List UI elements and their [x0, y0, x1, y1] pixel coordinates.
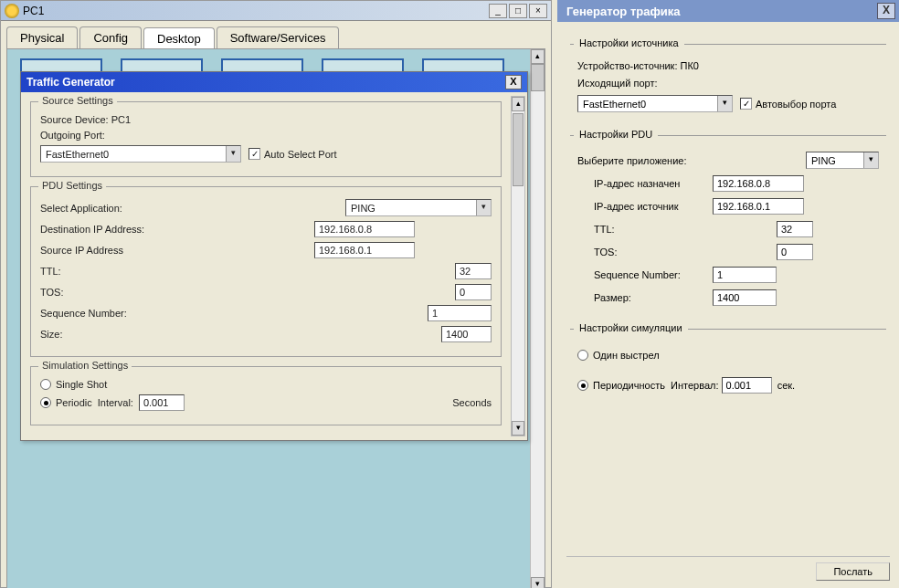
ru-ttl-label: TTL: [594, 224, 777, 235]
traffic-close-button[interactable]: X [505, 75, 522, 89]
ru-tos-field[interactable]: 0 [777, 244, 813, 260]
tabs-bar: Physical Config Desktop Software/Service… [1, 21, 551, 48]
periodic-radio[interactable]: Periodic [40, 397, 92, 408]
scroll-up-icon[interactable]: ▴ [512, 97, 524, 111]
ru-periodic-radio[interactable]: Периодичность [577, 380, 665, 391]
app-icon [5, 4, 19, 18]
ru-src-field[interactable]: 192.168.0.1 [713, 198, 804, 215]
scroll-thumb[interactable] [513, 113, 524, 186]
periodic-label: Periodic [56, 397, 92, 408]
ru-source-group: Настройки источника Устройство-источник:… [570, 44, 886, 122]
src-ip-field[interactable]: 192.168.0.1 [314, 242, 415, 258]
traffic-titlebar: Traffic Generator X [21, 72, 527, 92]
source-device-value: PC1 [111, 114, 131, 125]
ru-interval-unit: сек. [777, 380, 796, 391]
ru-ttl-field[interactable]: 32 [777, 221, 813, 237]
auto-select-label: Auto Select Port [264, 149, 337, 160]
auto-select-checkbox[interactable]: ✓ Auto Select Port [249, 148, 337, 160]
tab-software[interactable]: Software/Services [217, 26, 340, 48]
ru-size-label: Размер: [594, 292, 713, 303]
outgoing-port-select[interactable]: FastEthernet0 ▾ [40, 145, 241, 163]
select-app-label: Select Application: [40, 203, 314, 214]
chevron-down-icon[interactable]: ▾ [863, 152, 878, 168]
ttl-label: TTL: [40, 266, 61, 277]
checkbox-checked-icon: ✓ [740, 98, 752, 110]
scroll-down-icon[interactable]: ▾ [512, 421, 524, 436]
ru-src-label: IP-адрес источник [594, 201, 713, 212]
inner-scrollbar[interactable]: ▴ ▾ [511, 96, 525, 436]
size-label: Size: [40, 329, 62, 340]
ru-dest-field[interactable]: 192.168.0.8 [713, 175, 804, 192]
dest-ip-label: Destination IP Address: [40, 224, 314, 235]
pc1-title: PC1 [23, 5, 487, 17]
dest-ip-field[interactable]: 192.168.0.8 [314, 221, 415, 237]
ru-app-select[interactable]: PING ▾ [806, 152, 879, 169]
simulation-settings-group: Simulation Settings Single Shot Periodic [30, 366, 502, 425]
ru-device-label: Устройство-источник: [577, 60, 677, 71]
chevron-down-icon[interactable]: ▾ [717, 96, 732, 111]
pdu-settings-group: PDU Settings Select Application: PING ▾ … [30, 186, 502, 357]
checkbox-checked-icon: ✓ [249, 148, 260, 160]
pc1-titlebar: PC1 _ □ × [1, 1, 551, 21]
chevron-down-icon[interactable]: ▾ [476, 200, 491, 215]
ru-port-label: Исходящий порт: [577, 78, 657, 89]
select-app-dropdown[interactable]: PING ▾ [345, 199, 492, 216]
scroll-down-icon[interactable]: ▾ [531, 577, 545, 588]
chevron-down-icon[interactable]: ▾ [226, 146, 240, 162]
ru-button-bar: Послать [566, 556, 890, 581]
ttl-field[interactable]: 32 [455, 263, 492, 279]
port-select-value: FastEthernet0 [41, 149, 226, 160]
maximize-button[interactable]: □ [509, 4, 527, 18]
tos-label: TOS: [40, 287, 63, 298]
single-shot-label: Single Shot [56, 379, 107, 390]
ru-auto-checkbox[interactable]: ✓ Автовыбор порта [740, 98, 836, 110]
seq-label: Sequence Number: [40, 308, 127, 319]
ru-device-value: ПК0 [681, 60, 699, 71]
ru-pdu-group: Настройки PDU Выберите приложение: PING … [570, 135, 886, 316]
ru-interval-label: Интервал: [671, 380, 718, 391]
traffic-generator-window: Traffic Generator X ▴ ▾ Source Settings … [20, 71, 528, 441]
ru-close-button[interactable]: X [877, 3, 895, 19]
minimize-button[interactable]: _ [489, 4, 507, 18]
ru-size-field[interactable]: 1400 [713, 289, 777, 306]
ru-titlebar: Генератор трафика X [557, 0, 899, 22]
ru-interval-field[interactable]: 0.001 [722, 377, 772, 394]
ru-app-value: PING [807, 155, 863, 166]
ru-seq-field[interactable]: 1 [713, 267, 777, 283]
scroll-thumb[interactable] [531, 64, 545, 91]
ru-single-label: Один выстрел [593, 350, 660, 361]
traffic-title: Traffic Generator [26, 76, 115, 89]
tab-config[interactable]: Config [79, 26, 142, 48]
source-legend: Source Settings [38, 95, 117, 106]
app-value: PING [346, 203, 476, 214]
size-field[interactable]: 1400 [441, 326, 492, 342]
tab-physical[interactable]: Physical [6, 26, 78, 48]
radio-unchecked-icon [577, 350, 588, 361]
ru-single-radio[interactable]: Один выстрел [577, 350, 660, 361]
close-button[interactable]: × [529, 4, 547, 18]
send-button[interactable]: Послать [816, 562, 890, 581]
desktop-thumbs [7, 49, 545, 73]
ru-app-label: Выберите приложение: [577, 155, 687, 166]
source-device-label: Source Device: [40, 114, 109, 125]
traffic-generator-ru-window: Генератор трафика X Настройки источника … [557, 0, 899, 588]
ru-tos-label: TOS: [594, 247, 777, 257]
outgoing-port-label: Outgoing Port: [40, 130, 105, 141]
ru-seq-label: Sequence Number: [594, 269, 713, 280]
ru-periodic-label: Периодичность [593, 380, 665, 391]
seq-field[interactable]: 1 [428, 305, 492, 321]
ru-auto-label: Автовыбор порта [756, 99, 836, 110]
pc1-window: PC1 _ □ × Physical Config Desktop Softwa… [0, 0, 552, 588]
pdu-legend: PDU Settings [38, 180, 106, 191]
scroll-up-icon[interactable]: ▴ [531, 49, 545, 64]
interval-field[interactable]: 0.001 [139, 394, 185, 411]
single-shot-radio[interactable]: Single Shot [40, 379, 107, 390]
desktop-area: ▴ ▾ Traffic Generator X ▴ ▾ Source Setti… [6, 48, 545, 588]
radio-unchecked-icon [40, 379, 51, 390]
sim-legend: Simulation Settings [38, 360, 132, 371]
tos-field[interactable]: 0 [455, 284, 492, 300]
interval-label: Interval: [98, 397, 133, 408]
desktop-scrollbar[interactable]: ▴ ▾ [530, 49, 545, 588]
ru-port-select[interactable]: FastEthernet0 ▾ [577, 95, 733, 112]
tab-desktop[interactable]: Desktop [143, 27, 215, 49]
